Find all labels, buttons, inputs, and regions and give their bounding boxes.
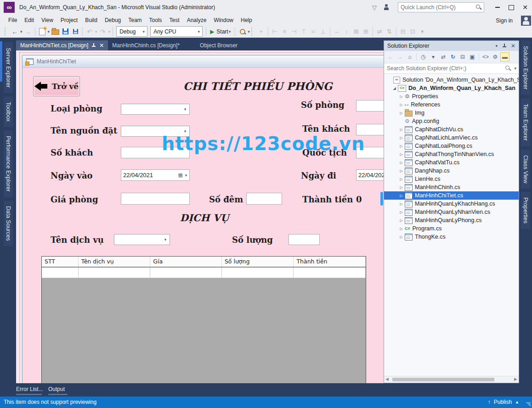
close-button[interactable]: ✕ [518, 2, 532, 13]
search-dropdown-icon[interactable]: ▾ [514, 66, 516, 71]
layout-toolbar-drag-grip[interactable] [251, 28, 254, 36]
menu-project[interactable]: Project [57, 16, 81, 25]
home-icon[interactable]: ⌂ [405, 52, 414, 61]
quick-launch-input[interactable] [398, 4, 475, 11]
collapsed-arrow-icon[interactable]: ▷ [398, 210, 404, 214]
sync-with-active-document-icon[interactable]: ⇄ [439, 52, 448, 61]
close-tab-icon[interactable]: ✕ [99, 42, 104, 49]
collapsed-arrow-icon[interactable]: ▷ [398, 227, 404, 231]
tree-item-dangnhap[interactable]: ▷ DangNhap.cs [384, 167, 519, 175]
vertical-spacing-icon[interactable]: ⇅ [385, 27, 394, 37]
tab-performance-explorer[interactable]: Performance Explorer [4, 130, 13, 197]
solution-explorer-hscrollbar[interactable]: ◀ ▶ [384, 376, 519, 383]
room-no-textbox[interactable] [356, 100, 384, 112]
nights-textbox[interactable] [246, 193, 282, 205]
collapsed-arrow-icon[interactable]: ▷ [398, 169, 404, 173]
designed-form-window[interactable]: ManHinhChiTiet Trở về CHI TIẾT PHIẾU PHÒ… [22, 55, 384, 383]
maximize-button[interactable] [504, 2, 518, 13]
tree-item-manhinhchitiet-selected[interactable]: ▷ ManHinhChiTiet.cs [384, 191, 519, 200]
tab-error-list[interactable]: Error List... [16, 386, 43, 392]
tree-item-manhinhquanlyphong[interactable]: ▷ ManHinhQuanLyPhong.cs [384, 216, 519, 224]
sign-in-link[interactable]: Sign in [496, 17, 513, 24]
designed-form-titlebar[interactable]: ManHinhChiTiet [23, 56, 384, 68]
tree-item-manhinhchinh[interactable]: ▷ ManHinhChinh.cs [384, 183, 519, 191]
collapsed-arrow-icon[interactable]: ▷ [398, 218, 404, 223]
menu-build[interactable]: Build [81, 16, 101, 25]
tab-class-view[interactable]: Class View [521, 150, 530, 189]
tab-output[interactable]: Output [48, 386, 65, 392]
new-file-icon[interactable] [38, 27, 47, 37]
solution-explorer-header[interactable]: Solution Explorer ▾ ✕ [384, 41, 519, 51]
tree-item-solution[interactable]: Solution 'Do_An_Winform_Quan_Ly_Khach_Sa… [384, 76, 519, 84]
menu-debug[interactable]: Debug [101, 16, 125, 25]
designer-vertical-scrollbar[interactable] [380, 192, 383, 206]
tree-item-manhinhquanlykhachhang[interactable]: ▷ ManHinhQuanLyKhachHang.cs [384, 200, 519, 208]
tree-item-img[interactable]: ▷ Img [384, 109, 519, 117]
find-in-files-icon[interactable] [238, 27, 247, 37]
align-bottoms-icon[interactable]: ⊥ [318, 27, 328, 37]
tab-team-explorer[interactable]: Team Explorer [521, 98, 530, 146]
quantity-textbox[interactable] [289, 234, 320, 245]
menu-edit[interactable]: Edit [21, 16, 38, 25]
menu-test[interactable]: Test [166, 16, 183, 25]
tab-toolbox[interactable]: Toolbox [4, 96, 13, 127]
back-icon[interactable]: ← [386, 52, 395, 61]
redo-dropdown-icon[interactable]: ▾ [108, 29, 111, 34]
scrollbar-thumb[interactable] [392, 378, 494, 381]
publish-button[interactable]: ↑ Publish ▲ [488, 399, 519, 405]
collapsed-arrow-icon[interactable]: ▷ [398, 177, 404, 181]
new-file-dropdown-icon[interactable]: ▾ [48, 29, 50, 34]
toolbar-overflow-icon[interactable]: ▾ [418, 27, 427, 37]
close-panel-icon[interactable]: ✕ [511, 43, 515, 49]
room-price-textbox[interactable] [121, 193, 190, 205]
tree-item-capnhatthongtinnhanvien[interactable]: ▷ CapNhatThongTinNhanVien.cs [384, 150, 519, 158]
tree-item-capnhatvattu[interactable]: ▷ CapNhatVatTu.cs [384, 158, 519, 167]
window-resize-grip[interactable] [526, 402, 531, 407]
back-button[interactable]: Trở về [33, 76, 80, 96]
navigate-forward-icon[interactable]: → [23, 27, 33, 37]
toolbar-drag-grip[interactable] [5, 28, 7, 36]
pending-changes-filter-icon[interactable]: ◷ [419, 52, 428, 61]
navigate-dropdown-icon[interactable]: ▾ [20, 29, 23, 34]
navigate-backward-icon[interactable]: ← [10, 27, 19, 37]
collapsed-arrow-icon[interactable]: ▷ [398, 202, 404, 206]
redo-icon[interactable]: ↷ [98, 27, 108, 37]
tab-server-explorer[interactable]: Server Explorer [4, 42, 13, 93]
solution-explorer-search[interactable]: ▾ [384, 63, 519, 74]
tree-item-properties[interactable]: ▷ Properties [384, 92, 519, 101]
forward-icon[interactable]: → [396, 52, 405, 61]
tab-properties[interactable]: Properties [521, 192, 530, 229]
auto-hide-pin-icon[interactable] [502, 44, 507, 48]
start-debug-button[interactable]: ▶ Start ▾ [208, 28, 233, 35]
collapsed-arrow-icon[interactable]: ▷ [398, 103, 404, 107]
save-icon[interactable] [61, 27, 70, 37]
tree-item-capnhatdichvu[interactable]: ▷ CapNhatDichVu.cs [384, 125, 519, 134]
view-code-icon[interactable]: <> [481, 52, 490, 61]
solution-configuration-dropdown[interactable]: Debug▾ [116, 26, 147, 37]
tree-item-lienhe[interactable]: ▷ LienHe.cs [384, 175, 519, 183]
menu-file[interactable]: File [5, 16, 21, 25]
horizontal-spacing-icon[interactable]: ⇄ [375, 27, 385, 37]
menu-analyze[interactable]: Analyze [183, 16, 210, 25]
services-datagrid[interactable]: STT Tên dịch vụ Gía Số lượng Thành tiền [41, 256, 366, 383]
tab-solution-explorer[interactable]: Solution Explorer [521, 40, 530, 95]
tree-item-references[interactable]: ▷ References [384, 101, 519, 109]
collapsed-arrow-icon[interactable]: ▷ [398, 161, 404, 165]
menu-team[interactable]: Team [125, 16, 145, 25]
send-to-back-icon[interactable]: ⊡ [408, 27, 418, 37]
preview-selected-items-icon[interactable]: ▬ [500, 52, 509, 61]
filter-dropdown-icon[interactable]: ▾ [429, 52, 438, 61]
menu-help[interactable]: Help [237, 16, 256, 25]
refresh-icon[interactable]: ↻ [448, 52, 458, 61]
bring-to-front-icon[interactable]: ⊟ [398, 27, 408, 37]
snap-to-grid-icon[interactable]: + [256, 27, 266, 37]
menu-window[interactable]: Window [210, 16, 237, 25]
tree-item-appconfig[interactable]: App.config [384, 117, 519, 125]
check-out-datepicker[interactable]: 22/04/2021 [356, 169, 384, 181]
collapsed-arrow-icon[interactable]: ▷ [398, 235, 404, 239]
solution-platform-dropdown[interactable]: Any CPU▾ [150, 26, 203, 37]
toolbar-options-icon[interactable]: ▾ [248, 29, 250, 34]
tree-item-capnhatloaiphong[interactable]: ▷ CapNhatLoaiPhong.cs [384, 142, 519, 150]
collapsed-arrow-icon[interactable]: ▷ [398, 136, 404, 140]
menu-view[interactable]: View [38, 16, 57, 25]
